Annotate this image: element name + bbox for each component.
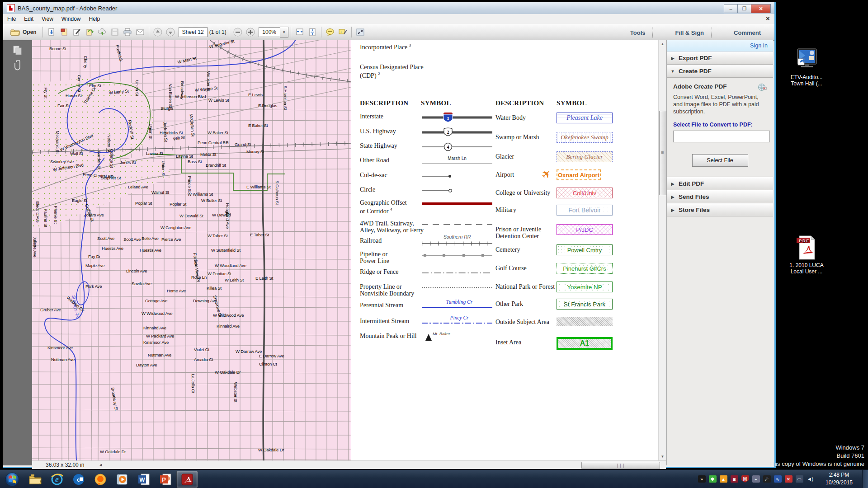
horizontal-scrollbar[interactable]: 36.03 x 32.00 in ◄ | | | [32, 460, 666, 469]
email-icon[interactable] [134, 26, 146, 38]
taskbar-item-explorer[interactable] [24, 471, 46, 488]
tab-tools[interactable]: Tools [623, 29, 653, 36]
page-thumbnails-icon[interactable] [12, 45, 24, 56]
tab-comment[interactable]: Comment [726, 29, 768, 36]
tray-volume-icon[interactable]: ◄) [807, 475, 814, 483]
fit-page-icon[interactable] [307, 26, 318, 38]
tray-update-arrow-icon[interactable]: ▲ [720, 475, 727, 483]
street-label: Park Ave [85, 284, 102, 288]
tray-usb-device-icon[interactable]: ⌁ [752, 475, 760, 483]
legend-symbol-property [421, 281, 493, 294]
section-store-files[interactable]: ▶ Store Files [667, 203, 773, 216]
scroll-up-icon[interactable]: ▲ [659, 40, 666, 48]
section-send-files[interactable]: ▶ Send Files [667, 190, 773, 203]
horizontal-scroll-thumb[interactable]: | | | [581, 462, 660, 469]
select-file-label: Select File to Convert to PDF: [673, 122, 767, 128]
street-label: W Williams St [188, 192, 213, 196]
street-label: Savilla Ave [132, 282, 151, 286]
sticky-pdf-icon[interactable] [58, 26, 70, 38]
attachments-paperclip-icon[interactable] [12, 60, 24, 71]
vertical-scrollbar[interactable]: ▲ ▼ [658, 40, 666, 460]
svg-text:Marsh Ln: Marsh Ln [448, 156, 467, 161]
minimize-button[interactable]: – [724, 4, 738, 13]
scroll-down-icon[interactable]: ▼ [659, 453, 666, 460]
close-button[interactable]: ✕ [751, 4, 771, 13]
section-create-pdf[interactable]: ▼ Create PDF [667, 65, 773, 78]
taskbar-item-start[interactable] [0, 471, 24, 488]
taskbar-item-media-player[interactable] [111, 471, 133, 488]
tray-green-utility-icon[interactable]: ✱ [709, 475, 717, 483]
open-button[interactable]: Open [7, 26, 40, 38]
legend-row-property: Property Line orNonvisible Boundary [360, 283, 495, 297]
file-to-convert-input[interactable] [673, 131, 770, 142]
tab-fill-sign[interactable]: Fill & Sign [668, 29, 711, 36]
tray-network-error-icon[interactable]: ✕ [785, 475, 793, 483]
restore-button[interactable]: ❐ [737, 4, 751, 13]
legend-symbol-dashed [421, 217, 493, 231]
menu-item-file[interactable]: File [3, 14, 20, 23]
street-label: Union St [149, 124, 153, 140]
taskbar-item-outlook[interactable]: o [68, 471, 90, 488]
fullscreen-icon[interactable] [354, 26, 366, 38]
street-label: Thieme Dr [83, 86, 96, 105]
system-tray: »✱▲◙M⌁☄∿✕▭◄) [696, 470, 816, 488]
title-bar[interactable]: ▙ BAS_county_map.pdf - Adobe Reader – ❐ … [3, 2, 774, 14]
save-pdf-online-icon[interactable] [46, 26, 57, 38]
upload-cloud-icon[interactable] [96, 26, 108, 38]
select-file-button[interactable]: Select File [692, 154, 748, 167]
vertical-scroll-thumb[interactable] [659, 111, 667, 195]
tray-hidden-icons-icon[interactable]: » [698, 475, 706, 483]
street-label: Bass St [188, 160, 202, 164]
zoom-out-icon[interactable] [232, 26, 244, 38]
tray-satellite-icon[interactable]: ☄ [763, 475, 771, 483]
document-close-icon[interactable]: ✕ [766, 16, 770, 22]
menu-item-edit[interactable]: Edit [20, 14, 38, 23]
sign-in-link[interactable]: Sign In [750, 42, 768, 49]
menu-item-help[interactable]: Help [85, 14, 104, 23]
street-label: Penn Central RR [198, 141, 229, 145]
adobe-online-globe-icon [758, 83, 767, 93]
scroll-left-icon[interactable]: ◄ [97, 463, 104, 467]
street-label: Wall St [70, 151, 83, 155]
tray-mcafee-shield-icon[interactable]: M [741, 475, 749, 483]
tray-drm-lock-icon[interactable]: ◙ [731, 475, 738, 483]
save-icon[interactable] [109, 26, 121, 38]
comment-bubble-icon[interactable] [324, 26, 336, 38]
area-swatch-natpark: Yosemite NP [557, 282, 613, 292]
street-label: Walnut St [151, 190, 169, 194]
desktop-icon-etv-auditorium[interactable]: ETV-Audito... Town Hall (... [785, 47, 828, 87]
text-callout-icon[interactable]: T [337, 26, 349, 38]
previous-page-icon[interactable] [152, 26, 164, 38]
street-label: W Woodland Ave [215, 263, 246, 267]
taskbar-item-internet-explorer[interactable]: e [46, 471, 68, 488]
print-icon[interactable] [122, 26, 133, 38]
taskbar-item-word[interactable]: W [133, 471, 155, 488]
page-number-input[interactable]: Sheet 12 [179, 27, 208, 37]
zoom-in-icon[interactable] [245, 26, 256, 38]
street-label: Brandriff St [206, 163, 226, 167]
next-page-icon[interactable] [165, 26, 176, 38]
desktop-icon-luca-pdf[interactable]: PDF 1. 2010 LUCA Local User ... [785, 235, 828, 275]
section-edit-pdf[interactable]: ▶ Edit PDF [667, 177, 773, 190]
svg-text:W: W [139, 476, 145, 483]
menu-item-view[interactable]: View [38, 14, 57, 23]
fit-width-icon[interactable] [294, 26, 306, 38]
legend-row-golf: Golf Course Pinehurst GlfCrs [495, 265, 622, 272]
taskbar-item-adobe-reader[interactable] [176, 471, 198, 488]
export-doc-icon[interactable] [84, 26, 95, 38]
street-label: Lavina St [146, 151, 163, 155]
street-label: Killea St [207, 286, 222, 290]
sign-pen-icon[interactable] [71, 26, 83, 38]
taskbar-item-lync[interactable] [90, 471, 111, 488]
zoom-dropdown-icon[interactable]: ▼ [280, 27, 288, 38]
legend-row-prison: Prison or JuvenileDetention Center P/JDC [495, 226, 622, 239]
menu-item-window[interactable]: Window [57, 14, 85, 23]
tray-display-icon[interactable]: ▭ [796, 475, 803, 483]
taskbar-item-powerpoint[interactable]: P [155, 471, 176, 488]
section-export-pdf[interactable]: ▶ Export PDF [667, 52, 773, 65]
legend-row-swamp: Swamp or Marsh Okefenokee Swamp [495, 134, 622, 141]
taskbar-clock[interactable]: 2:48 PM 10/29/2015 [818, 471, 860, 487]
show-desktop-button[interactable] [862, 470, 868, 488]
tray-network-monitor-icon[interactable]: ∿ [774, 475, 782, 483]
zoom-level-input[interactable]: 100% [259, 27, 280, 37]
